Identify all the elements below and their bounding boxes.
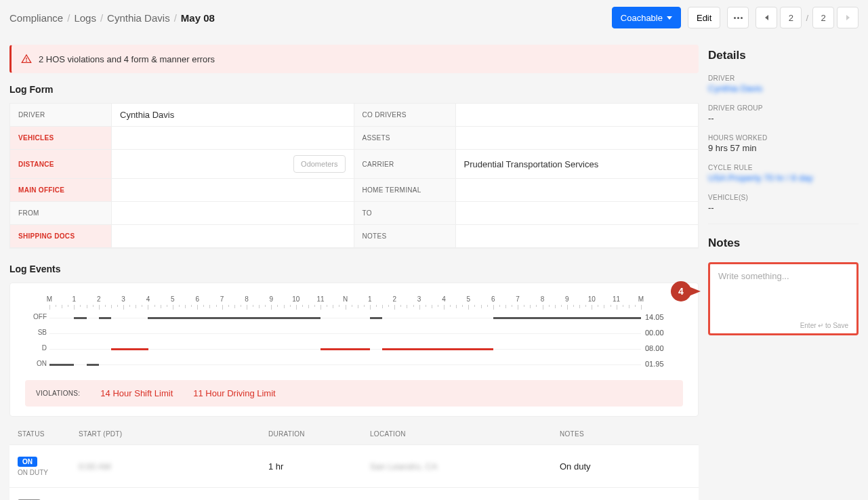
col-duration: DURATION [268,430,370,438]
col-start: START (PDT) [79,430,268,438]
chevron-left-icon [765,15,768,20]
violations-label: VIOLATIONS: [36,390,80,397]
alert-text: 2 HOS violations and 4 form & manner err… [39,54,215,64]
chart-segment [493,317,641,319]
event-start: 0:00 AM [79,461,268,472]
form-label: VEHICLES [10,127,112,150]
chevron-down-icon [667,16,672,20]
chart-row-d: D08.00 [49,341,641,357]
notes-title: Notes [708,236,859,250]
form-value [456,179,699,202]
pager-sep: / [804,13,810,23]
chart-row-off: OFF14.05 [49,310,641,326]
form-value: Cynthia Davis [112,104,354,127]
chart-segment [321,348,370,350]
more-button[interactable] [727,7,749,28]
violation-alert: 2 HOS violations and 4 form & manner err… [9,45,699,73]
form-value [456,202,699,225]
form-value [456,127,699,150]
event-duration: 1 hr [268,461,370,472]
driver-group-label: DRIVER GROUP [708,104,859,112]
form-label: DRIVER [10,104,112,127]
hours-worked-value: 9 hrs 57 min [708,143,859,153]
chart-segment [87,364,99,366]
vehicles-label: VEHICLE(S) [708,194,859,201]
notes-input[interactable] [718,271,848,322]
table-row[interactable]: ONON DUTY0:00 AM1 hrSan Leandro, CAOn du… [9,445,699,488]
form-label: FROM [10,202,112,225]
cycle-rule-link[interactable]: USA Property 70 hr / 8 day [708,173,859,183]
status-chart-card: M1234567891011N1234567891011M OFF14.05SB… [9,283,699,417]
form-label: DISTANCE [10,150,112,179]
violation-link-2[interactable]: 11 Hour Driving Limit [193,388,275,398]
chart-segment [370,317,382,319]
form-label: HOME TERMINAL [354,179,456,202]
violation-link-1[interactable]: 14 Hour Shift Limit [100,388,173,398]
main-content: 2 HOS violations and 4 form & manner err… [0,35,708,500]
callout-marker: 4 [671,281,703,301]
form-value [112,127,354,150]
driver-link[interactable]: Cynthia Davis [708,83,859,93]
odometers-button[interactable]: Odometers [293,155,345,173]
status-badge: ON [18,457,37,467]
event-notes: On duty [560,461,690,472]
chart-segment [382,348,493,350]
chevron-right-icon [846,15,850,20]
chart-segment [74,317,86,319]
form-label: ASSETS [354,127,456,150]
col-location: LOCATION [370,430,560,438]
form-value [456,104,699,127]
chart-segment [148,317,321,319]
top-actions: Coachable Edit 2 / 2 [612,7,859,28]
driver-label: DRIVER [708,75,859,82]
crumb-compliance[interactable]: Compliance [9,12,63,24]
col-notes: NOTES [560,430,690,438]
table-row[interactable]: OFFOFF DUTY1:00 AM31 min [9,488,699,500]
log-form-title: Log Form [9,84,699,95]
log-events-title: Log Events [9,264,699,274]
breadcrumb: Compliance/ Logs/ Cynthia Davis/ May 08 [9,12,215,24]
form-value [112,225,354,248]
events-header: STATUS START (PDT) DURATION LOCATION NOT… [9,421,699,445]
form-value [456,225,699,248]
form-label: CO DRIVERS [354,104,456,127]
edit-button[interactable]: Edit [688,7,720,28]
pager-current: 2 [780,7,802,28]
chart-segment [111,348,148,350]
chart-segment [99,317,111,319]
form-label: TO [354,202,456,225]
details-title: Details [708,49,859,62]
top-bar: Compliance/ Logs/ Cynthia Davis/ May 08 … [0,0,868,35]
coachable-button[interactable]: Coachable [612,7,681,28]
meatball-icon [734,17,743,19]
crumb-logs[interactable]: Logs [74,12,96,24]
status-chart: M1234567891011N1234567891011M OFF14.05SB… [29,295,679,373]
form-label: CARRIER [354,150,456,179]
log-form-grid: DRIVERCynthia DavisCO DRIVERSVEHICLESASS… [9,103,699,249]
pager-prev[interactable] [756,7,777,28]
form-value: Odometers [112,150,354,179]
svg-point-1 [26,61,27,62]
form-value [112,202,354,225]
violations-bar: VIOLATIONS: 14 Hour Shift Limit 11 Hour … [25,380,683,407]
details-sidebar: Details DRIVERCynthia Davis DRIVER GROUP… [708,35,868,500]
cycle-rule-label: CYCLE RULE [708,164,859,171]
form-label: MAIN OFFICE [10,179,112,202]
crumb-driver[interactable]: Cynthia Davis [107,12,170,24]
notes-save-hint: Enter ↵ to Save [718,322,848,329]
warning-icon [21,54,32,64]
chart-row-sb: SB00.00 [49,326,641,341]
form-value [112,179,354,202]
event-location: San Leandro, CA [370,461,560,472]
chart-segment [49,364,74,366]
driver-group-value: -- [708,113,859,123]
crumb-current: May 08 [181,12,215,24]
chart-row-on: ON01.95 [49,357,641,373]
pager: 2 / 2 [756,7,859,28]
notes-box: Enter ↵ to Save [708,262,859,335]
pager-next[interactable] [837,7,859,28]
hours-worked-label: HOURS WORKED [708,134,859,142]
events-table: STATUS START (PDT) DURATION LOCATION NOT… [9,421,699,500]
vehicles-value: -- [708,203,859,213]
col-status: STATUS [18,430,79,438]
